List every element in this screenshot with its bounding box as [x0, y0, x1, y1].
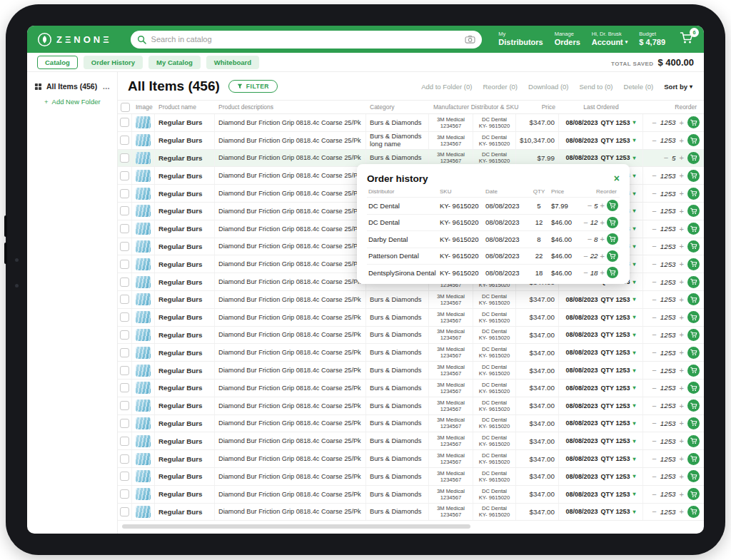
product-thumbnail[interactable] — [136, 399, 151, 412]
last-ordered-cell[interactable]: 08/08/2023QTY 1253▾ — [559, 309, 643, 326]
product-name[interactable]: Regular Burs — [155, 397, 215, 414]
last-ordered-cell[interactable]: 08/08/2023QTY 1253▾ — [559, 132, 643, 149]
add-to-cart-button[interactable] — [687, 134, 700, 146]
product-name[interactable]: Regular Burs — [155, 203, 215, 220]
increase-qty-button[interactable]: + — [600, 218, 605, 227]
add-to-cart-button[interactable] — [687, 170, 700, 182]
row-checkbox[interactable] — [120, 507, 129, 516]
decrease-qty-button[interactable]: − — [652, 260, 656, 268]
last-ordered-cell[interactable]: 08/08/2023QTY 1253▾ — [559, 415, 643, 432]
decrease-qty-button[interactable]: − — [652, 402, 656, 410]
add-to-cart-button[interactable] — [687, 488, 700, 500]
last-ordered-cell[interactable]: 08/08/2023QTY 1253▾ — [559, 432, 643, 449]
tab-whiteboard[interactable]: Whiteboard — [206, 56, 259, 69]
row-checkbox[interactable] — [120, 383, 129, 392]
add-to-cart-button[interactable] — [607, 200, 618, 211]
add-to-cart-button[interactable] — [687, 365, 700, 377]
chevron-down-icon[interactable]: ▾ — [632, 243, 635, 250]
add-to-cart-button[interactable] — [687, 276, 700, 288]
row-checkbox[interactable] — [120, 189, 129, 198]
reorder-qty[interactable]: 1253 — [660, 207, 676, 215]
product-name[interactable]: Regular Burs — [155, 432, 215, 449]
increase-qty-button[interactable]: + — [680, 242, 684, 250]
row-checkbox[interactable] — [120, 242, 129, 251]
decrease-qty-button[interactable]: − — [588, 235, 592, 243]
decrease-qty-button[interactable]: − — [583, 218, 588, 227]
reorder-qty[interactable]: 1253 — [660, 490, 676, 498]
product-name[interactable]: Regular Burs — [155, 362, 215, 379]
product-thumbnail[interactable] — [136, 223, 151, 235]
row-checkbox[interactable] — [120, 472, 129, 481]
row-checkbox[interactable] — [120, 489, 129, 499]
last-ordered-cell[interactable]: 08/08/2023QTY 1253▾ — [559, 380, 643, 397]
product-description[interactable]: Diamond Bur Friction Grip 0818.4c Coarse… — [215, 344, 366, 361]
reorder-qty[interactable]: 1253 — [660, 472, 676, 480]
close-icon[interactable]: × — [614, 173, 620, 183]
last-ordered-cell[interactable]: 08/08/2023QTY 1253▾ — [559, 327, 643, 344]
product-name[interactable]: Regular Burs — [155, 344, 215, 361]
reorder-qty[interactable]: 1253 — [660, 331, 676, 339]
product-thumbnail[interactable] — [136, 347, 151, 359]
reorder-qty[interactable]: 1253 — [660, 172, 676, 180]
product-name[interactable]: Regular Burs — [155, 450, 215, 467]
chevron-down-icon[interactable]: ▾ — [632, 190, 635, 197]
decrease-qty-button[interactable]: − — [652, 136, 656, 145]
increase-qty-button[interactable]: + — [680, 136, 684, 145]
chevron-down-icon[interactable]: ▾ — [632, 456, 635, 462]
row-checkbox[interactable] — [120, 454, 129, 464]
sidebar-item-all-items[interactable]: All Items (456) … — [27, 79, 117, 93]
product-name[interactable]: Regular Burs — [155, 167, 215, 184]
chevron-down-icon[interactable]: ▾ — [632, 473, 635, 479]
increase-qty-button[interactable]: + — [600, 201, 605, 210]
row-checkbox[interactable] — [120, 206, 129, 215]
decrease-qty-button[interactable]: − — [652, 330, 656, 339]
chevron-down-icon[interactable]: ▾ — [632, 173, 635, 179]
product-name[interactable]: Regular Burs — [155, 309, 215, 326]
add-to-cart-button[interactable] — [687, 223, 700, 235]
reorder-qty[interactable]: 1253 — [660, 419, 676, 427]
last-ordered-cell[interactable]: 08/08/2023QTY 1253▾ — [559, 114, 643, 131]
last-ordered-cell[interactable]: 08/08/2023QTY 1253▾ — [559, 450, 643, 467]
tab-order-history[interactable]: Order History — [84, 56, 143, 69]
product-description[interactable]: Diamond Bur Friction Grip 0818.4c Coarse… — [215, 380, 366, 397]
increase-qty-button[interactable]: + — [680, 437, 684, 445]
decrease-qty-button[interactable]: − — [652, 189, 656, 198]
product-thumbnail[interactable] — [136, 240, 151, 253]
row-checkbox[interactable] — [120, 330, 129, 340]
chevron-down-icon[interactable]: ▾ — [632, 402, 635, 409]
add-to-cart-button[interactable] — [687, 453, 700, 465]
product-description[interactable]: Diamond Bur Friction Grip 0818.4c Coarse… — [215, 203, 366, 220]
decrease-qty-button[interactable]: − — [652, 472, 656, 481]
chevron-down-icon[interactable]: ▾ — [632, 438, 635, 444]
last-ordered-cell[interactable]: 08/08/2023QTY 1253▾ — [559, 397, 643, 414]
add-to-cart-button[interactable] — [687, 311, 700, 323]
increase-qty-button[interactable]: + — [680, 402, 684, 410]
product-name[interactable]: Regular Burs — [155, 255, 215, 273]
decrease-qty-button[interactable]: − — [652, 454, 656, 463]
increase-qty-button[interactable]: + — [680, 313, 684, 322]
filter-button[interactable]: FILTER — [228, 80, 278, 93]
product-thumbnail[interactable] — [136, 488, 151, 500]
decrease-qty-button[interactable]: − — [652, 207, 656, 215]
product-thumbnail[interactable] — [136, 365, 151, 377]
product-name[interactable]: Regular Burs — [155, 380, 215, 397]
reorder-qty[interactable]: 5 — [594, 202, 598, 210]
add-to-cart-button[interactable] — [687, 152, 700, 164]
chevron-down-icon[interactable]: ▾ — [632, 314, 635, 320]
decrease-qty-button[interactable]: − — [583, 252, 588, 260]
product-description[interactable]: Diamond Bur Friction Grip 0818.4c Coarse… — [215, 273, 366, 290]
product-thumbnail[interactable] — [136, 329, 151, 341]
product-description[interactable]: Diamond Bur Friction Grip 0818.4c Coarse… — [215, 220, 366, 238]
row-checkbox[interactable] — [120, 295, 129, 304]
product-description[interactable]: Diamond Bur Friction Grip 0818.4c Coarse… — [215, 362, 366, 379]
account-menu[interactable]: Hi, Dr. Brusk Account ▾ — [592, 31, 628, 46]
last-ordered-cell[interactable]: 08/08/2023QTY 1253▾ — [559, 468, 643, 485]
tab-my-catalog[interactable]: My Catalog — [148, 56, 201, 69]
chevron-down-icon[interactable]: ▾ — [632, 491, 635, 497]
chevron-down-icon[interactable]: ▾ — [632, 208, 635, 214]
product-thumbnail[interactable] — [136, 506, 151, 518]
decrease-qty-button[interactable]: − — [664, 153, 668, 162]
reorder-qty[interactable]: 8 — [594, 235, 598, 243]
increase-qty-button[interactable]: + — [600, 268, 605, 277]
reorder-qty[interactable]: 1253 — [660, 278, 676, 286]
